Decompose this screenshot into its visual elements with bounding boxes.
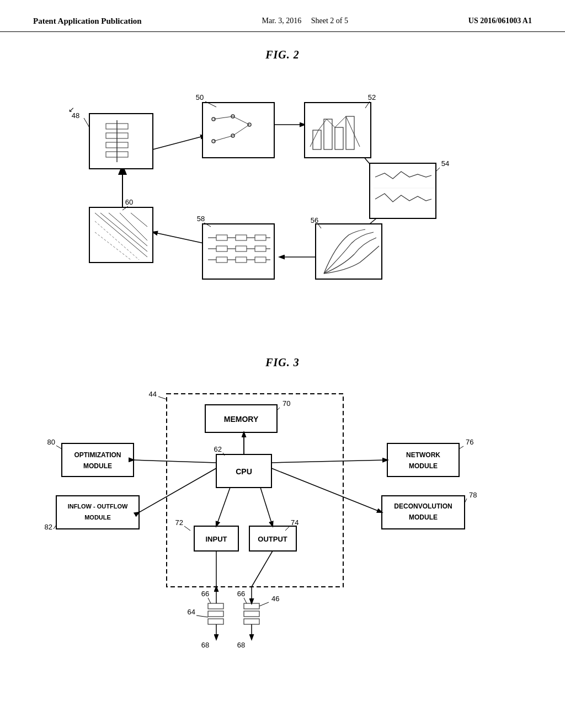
svg-text:46: 46 — [271, 595, 279, 603]
svg-line-56 — [95, 213, 147, 257]
fig3-diagram: MEMORY CPU INPUT OUTPUT OPTIMIZATION MOD… — [33, 377, 532, 728]
svg-text:70: 70 — [282, 399, 290, 408]
svg-line-22 — [233, 116, 249, 125]
svg-rect-32 — [316, 224, 382, 279]
svg-text:82: 82 — [45, 523, 52, 531]
svg-line-67 — [205, 101, 216, 107]
svg-text:44: 44 — [149, 390, 157, 398]
svg-rect-51 — [236, 257, 247, 263]
publication-type: Patent Application Publication — [33, 17, 142, 26]
svg-rect-15 — [202, 103, 274, 158]
svg-rect-85 — [194, 526, 238, 551]
fig2-diagram: 48 ↙ 50 52 54 56 58 60 — [33, 69, 532, 334]
svg-rect-81 — [205, 405, 277, 432]
svg-line-103 — [216, 488, 230, 526]
svg-point-20 — [212, 140, 215, 143]
svg-text:CPU: CPU — [236, 467, 252, 476]
svg-text:52: 52 — [368, 93, 376, 101]
svg-rect-14 — [106, 152, 128, 157]
svg-text:66: 66 — [237, 590, 245, 598]
svg-line-136 — [56, 446, 62, 449]
svg-line-5 — [153, 232, 216, 246]
svg-text:MODULE: MODULE — [83, 462, 112, 470]
svg-text:74: 74 — [291, 518, 299, 527]
svg-rect-83 — [216, 454, 271, 488]
svg-rect-87 — [249, 526, 296, 551]
svg-rect-26 — [313, 130, 321, 149]
svg-rect-39 — [255, 235, 266, 240]
svg-line-142 — [208, 598, 211, 603]
svg-line-69 — [365, 101, 370, 108]
header-date: Mar. 3, 2016 — [262, 17, 302, 25]
svg-text:OUTPUT: OUTPUT — [258, 535, 287, 543]
svg-rect-49 — [216, 257, 227, 263]
svg-text:68: 68 — [237, 641, 245, 649]
svg-rect-109 — [208, 603, 223, 609]
svg-line-73 — [318, 224, 321, 228]
svg-line-107 — [271, 460, 387, 463]
svg-text:MODULE: MODULE — [84, 514, 111, 521]
svg-rect-30 — [370, 163, 436, 218]
svg-line-61 — [95, 221, 139, 260]
svg-rect-46 — [255, 246, 266, 251]
svg-line-2 — [360, 152, 376, 172]
svg-line-108 — [271, 468, 382, 512]
svg-point-19 — [231, 134, 234, 137]
svg-line-132 — [459, 446, 463, 449]
svg-rect-95 — [387, 443, 459, 477]
svg-rect-44 — [236, 246, 247, 251]
svg-text:MEMORY: MEMORY — [224, 415, 259, 424]
svg-text:50: 50 — [196, 93, 204, 101]
svg-line-58 — [109, 213, 147, 246]
svg-line-126 — [223, 453, 225, 456]
svg-rect-113 — [244, 611, 259, 617]
svg-line-62 — [95, 232, 131, 260]
svg-rect-98 — [382, 496, 465, 529]
svg-line-120 — [252, 551, 273, 587]
svg-rect-28 — [335, 127, 343, 149]
svg-point-16 — [212, 117, 215, 121]
header-date-sheet: Mar. 3, 2016 Sheet 2 of 5 — [262, 17, 348, 25]
main-content: FIG. 2 — [0, 38, 565, 728]
svg-rect-89 — [62, 443, 134, 477]
svg-rect-114 — [244, 619, 259, 624]
svg-rect-112 — [244, 603, 259, 609]
svg-line-3 — [360, 218, 376, 232]
svg-rect-35 — [216, 235, 227, 240]
svg-rect-12 — [106, 133, 128, 138]
svg-rect-111 — [208, 619, 223, 624]
fig2-label: FIG. 2 — [33, 49, 532, 61]
svg-line-105 — [134, 460, 216, 463]
svg-line-122 — [158, 397, 167, 399]
svg-text:54: 54 — [441, 159, 449, 168]
svg-line-57 — [100, 213, 147, 251]
svg-text:MODULE: MODULE — [409, 513, 438, 521]
svg-text:INPUT: INPUT — [206, 535, 227, 543]
svg-line-128 — [184, 526, 190, 531]
svg-line-60 — [131, 213, 147, 227]
svg-point-17 — [231, 115, 234, 118]
header-sheet: Sheet 2 of 5 — [311, 17, 348, 25]
fig2-svg: 48 ↙ 50 52 54 56 58 60 — [33, 69, 532, 334]
svg-text:72: 72 — [175, 518, 183, 527]
svg-text:INFLOW - OUTFLOW: INFLOW - OUTFLOW — [68, 503, 128, 510]
svg-text:DECONVOLUTION: DECONVOLUTION — [394, 502, 452, 510]
svg-rect-110 — [208, 611, 223, 617]
svg-line-134 — [465, 499, 467, 503]
svg-text:60: 60 — [125, 198, 133, 206]
svg-text:56: 56 — [311, 216, 318, 224]
svg-line-77 — [122, 206, 128, 210]
svg-point-18 — [248, 123, 251, 126]
svg-text:NETWORK: NETWORK — [406, 451, 440, 459]
svg-line-124 — [277, 408, 280, 410]
svg-line-71 — [436, 168, 440, 172]
svg-line-140 — [259, 602, 269, 606]
svg-line-130 — [285, 526, 290, 531]
svg-text:80: 80 — [47, 438, 55, 446]
fig3-label: FIG. 3 — [33, 356, 532, 369]
svg-line-106 — [139, 468, 216, 512]
svg-line-75 — [204, 223, 211, 227]
svg-line-64 — [84, 118, 89, 127]
svg-text:58: 58 — [197, 215, 205, 223]
svg-rect-27 — [324, 119, 332, 149]
